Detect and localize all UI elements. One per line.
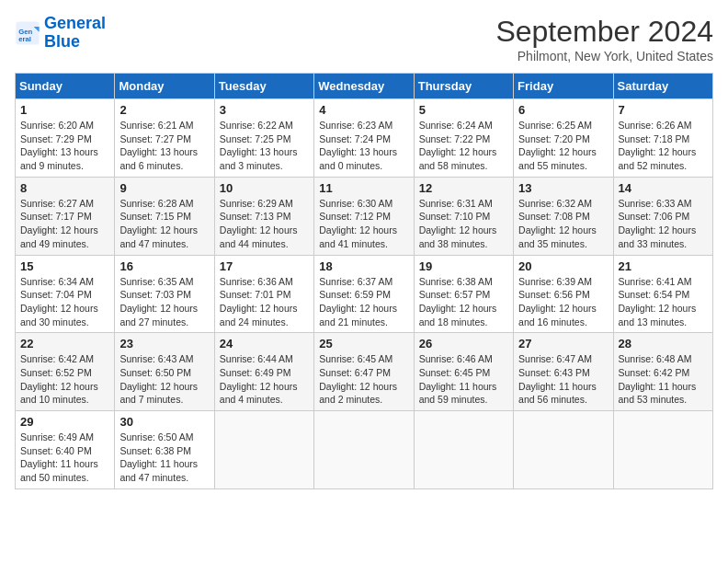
day-number: 14 bbox=[619, 181, 708, 195]
calendar-cell: 16Sunrise: 6:35 AMSunset: 7:03 PMDayligh… bbox=[115, 255, 214, 333]
day-number: 25 bbox=[319, 337, 408, 350]
calendar-cell: 23Sunrise: 6:43 AMSunset: 6:50 PMDayligh… bbox=[115, 333, 214, 411]
calendar-cell: 19Sunrise: 6:38 AMSunset: 6:57 PMDayligh… bbox=[414, 255, 513, 333]
calendar-week-5: 29Sunrise: 6:49 AMSunset: 6:40 PMDayligh… bbox=[16, 411, 713, 489]
calendar-cell bbox=[514, 411, 613, 489]
day-number: 28 bbox=[619, 337, 708, 350]
day-info: Sunrise: 6:46 AMSunset: 6:45 PMDaylight:… bbox=[419, 352, 508, 407]
calendar-week-2: 8Sunrise: 6:27 AMSunset: 7:17 PMDaylight… bbox=[16, 177, 713, 255]
day-info: Sunrise: 6:34 AMSunset: 7:04 PMDaylight:… bbox=[20, 275, 109, 329]
day-info: Sunrise: 6:39 AMSunset: 6:56 PMDaylight:… bbox=[518, 275, 608, 329]
column-header-wednesday: Wednesday bbox=[314, 74, 414, 99]
calendar-cell: 3Sunrise: 6:22 AMSunset: 7:25 PMDaylight… bbox=[214, 99, 313, 178]
day-number: 7 bbox=[619, 103, 708, 117]
calendar-cell: 6Sunrise: 6:25 AMSunset: 7:20 PMDaylight… bbox=[514, 99, 613, 178]
calendar-cell: 26Sunrise: 6:46 AMSunset: 6:45 PMDayligh… bbox=[414, 333, 513, 411]
calendar-cell: 15Sunrise: 6:34 AMSunset: 7:04 PMDayligh… bbox=[16, 255, 115, 333]
day-info: Sunrise: 6:32 AMSunset: 7:08 PMDaylight:… bbox=[518, 197, 608, 251]
page-header: Gen eral General Blue September 2024 Phi… bbox=[15, 15, 713, 63]
day-number: 12 bbox=[419, 181, 508, 195]
day-number: 13 bbox=[518, 181, 608, 195]
logo-icon: Gen eral bbox=[15, 20, 40, 46]
calendar-cell: 8Sunrise: 6:27 AMSunset: 7:17 PMDaylight… bbox=[16, 177, 115, 255]
day-info: Sunrise: 6:28 AMSunset: 7:15 PMDaylight:… bbox=[119, 197, 209, 251]
day-number: 17 bbox=[220, 259, 309, 273]
month-title: September 2024 bbox=[495, 15, 713, 49]
calendar-cell: 10Sunrise: 6:29 AMSunset: 7:13 PMDayligh… bbox=[214, 177, 313, 255]
day-info: Sunrise: 6:33 AMSunset: 7:06 PMDaylight:… bbox=[619, 197, 708, 251]
calendar-cell: 20Sunrise: 6:39 AMSunset: 6:56 PMDayligh… bbox=[514, 255, 613, 333]
day-number: 11 bbox=[319, 181, 408, 195]
day-info: Sunrise: 6:42 AMSunset: 6:52 PMDaylight:… bbox=[20, 352, 109, 407]
column-header-sunday: Sunday bbox=[16, 74, 115, 99]
day-number: 2 bbox=[119, 103, 209, 117]
day-number: 24 bbox=[220, 337, 309, 350]
calendar-cell: 21Sunrise: 6:41 AMSunset: 6:54 PMDayligh… bbox=[613, 255, 712, 333]
day-number: 20 bbox=[518, 259, 608, 273]
day-info: Sunrise: 6:23 AMSunset: 7:24 PMDaylight:… bbox=[319, 119, 408, 173]
day-info: Sunrise: 6:47 AMSunset: 6:43 PMDaylight:… bbox=[518, 352, 608, 407]
day-info: Sunrise: 6:43 AMSunset: 6:50 PMDaylight:… bbox=[119, 352, 209, 407]
column-header-tuesday: Tuesday bbox=[214, 74, 313, 99]
day-number: 18 bbox=[319, 259, 408, 273]
calendar-cell: 27Sunrise: 6:47 AMSunset: 6:43 PMDayligh… bbox=[514, 333, 613, 411]
day-number: 16 bbox=[119, 259, 209, 273]
day-info: Sunrise: 6:37 AMSunset: 6:59 PMDaylight:… bbox=[319, 275, 408, 329]
calendar-cell bbox=[414, 411, 513, 489]
day-info: Sunrise: 6:35 AMSunset: 7:03 PMDaylight:… bbox=[119, 275, 209, 329]
calendar-cell: 5Sunrise: 6:24 AMSunset: 7:22 PMDaylight… bbox=[414, 99, 513, 178]
calendar-cell: 11Sunrise: 6:30 AMSunset: 7:12 PMDayligh… bbox=[314, 177, 414, 255]
day-info: Sunrise: 6:26 AMSunset: 7:18 PMDaylight:… bbox=[619, 119, 708, 173]
calendar-cell: 28Sunrise: 6:48 AMSunset: 6:42 PMDayligh… bbox=[613, 333, 712, 411]
day-info: Sunrise: 6:45 AMSunset: 6:47 PMDaylight:… bbox=[319, 352, 408, 407]
calendar-header-row: SundayMondayTuesdayWednesdayThursdayFrid… bbox=[16, 74, 713, 99]
day-number: 29 bbox=[20, 415, 109, 429]
calendar-cell: 24Sunrise: 6:44 AMSunset: 6:49 PMDayligh… bbox=[214, 333, 313, 411]
day-number: 4 bbox=[319, 103, 408, 117]
day-info: Sunrise: 6:48 AMSunset: 6:42 PMDaylight:… bbox=[619, 352, 708, 407]
calendar-cell: 17Sunrise: 6:36 AMSunset: 7:01 PMDayligh… bbox=[214, 255, 313, 333]
day-number: 5 bbox=[419, 103, 508, 117]
logo-text: General Blue bbox=[44, 15, 106, 52]
day-info: Sunrise: 6:30 AMSunset: 7:12 PMDaylight:… bbox=[319, 197, 408, 251]
column-header-saturday: Saturday bbox=[613, 74, 712, 99]
calendar-cell: 2Sunrise: 6:21 AMSunset: 7:27 PMDaylight… bbox=[115, 99, 214, 178]
title-block: September 2024 Philmont, New York, Unite… bbox=[495, 15, 713, 63]
day-number: 26 bbox=[419, 337, 508, 350]
logo: Gen eral General Blue bbox=[15, 15, 106, 52]
day-number: 15 bbox=[20, 259, 109, 273]
calendar-table: SundayMondayTuesdayWednesdayThursdayFrid… bbox=[15, 73, 713, 489]
calendar-week-4: 22Sunrise: 6:42 AMSunset: 6:52 PMDayligh… bbox=[16, 333, 713, 411]
day-number: 23 bbox=[119, 337, 209, 350]
day-info: Sunrise: 6:49 AMSunset: 6:40 PMDaylight:… bbox=[20, 431, 109, 485]
day-info: Sunrise: 6:31 AMSunset: 7:10 PMDaylight:… bbox=[419, 197, 508, 251]
location-subtitle: Philmont, New York, United States bbox=[495, 49, 713, 63]
day-info: Sunrise: 6:27 AMSunset: 7:17 PMDaylight:… bbox=[20, 197, 109, 251]
day-info: Sunrise: 6:38 AMSunset: 6:57 PMDaylight:… bbox=[419, 275, 508, 329]
day-info: Sunrise: 6:50 AMSunset: 6:38 PMDaylight:… bbox=[119, 431, 209, 485]
calendar-cell: 30Sunrise: 6:50 AMSunset: 6:38 PMDayligh… bbox=[115, 411, 214, 489]
calendar-week-1: 1Sunrise: 6:20 AMSunset: 7:29 PMDaylight… bbox=[16, 99, 713, 178]
calendar-week-3: 15Sunrise: 6:34 AMSunset: 7:04 PMDayligh… bbox=[16, 255, 713, 333]
calendar-cell bbox=[314, 411, 414, 489]
day-number: 22 bbox=[20, 337, 109, 350]
day-number: 21 bbox=[619, 259, 708, 273]
day-number: 8 bbox=[20, 181, 109, 195]
day-number: 19 bbox=[419, 259, 508, 273]
calendar-cell: 12Sunrise: 6:31 AMSunset: 7:10 PMDayligh… bbox=[414, 177, 513, 255]
calendar-cell: 9Sunrise: 6:28 AMSunset: 7:15 PMDaylight… bbox=[115, 177, 214, 255]
day-info: Sunrise: 6:22 AMSunset: 7:25 PMDaylight:… bbox=[220, 119, 309, 173]
day-info: Sunrise: 6:24 AMSunset: 7:22 PMDaylight:… bbox=[419, 119, 508, 173]
day-info: Sunrise: 6:20 AMSunset: 7:29 PMDaylight:… bbox=[20, 119, 109, 173]
calendar-cell: 1Sunrise: 6:20 AMSunset: 7:29 PMDaylight… bbox=[16, 99, 115, 178]
calendar-cell: 25Sunrise: 6:45 AMSunset: 6:47 PMDayligh… bbox=[314, 333, 414, 411]
day-number: 6 bbox=[518, 103, 608, 117]
day-number: 27 bbox=[518, 337, 608, 350]
calendar-cell: 29Sunrise: 6:49 AMSunset: 6:40 PMDayligh… bbox=[16, 411, 115, 489]
day-number: 30 bbox=[119, 415, 209, 429]
day-number: 10 bbox=[220, 181, 309, 195]
day-number: 3 bbox=[220, 103, 309, 117]
calendar-cell: 4Sunrise: 6:23 AMSunset: 7:24 PMDaylight… bbox=[314, 99, 414, 178]
day-info: Sunrise: 6:25 AMSunset: 7:20 PMDaylight:… bbox=[518, 119, 608, 173]
column-header-friday: Friday bbox=[514, 74, 613, 99]
